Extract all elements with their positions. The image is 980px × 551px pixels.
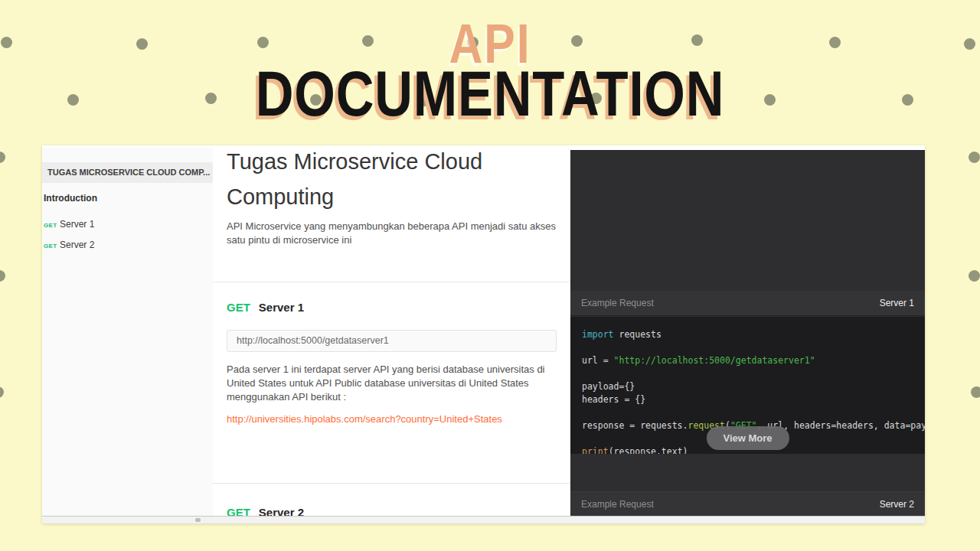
- example-request-header-2: Example Request Server 2: [570, 491, 925, 516]
- example-request-label: Example Request: [581, 499, 654, 510]
- sidebar-item-introduction[interactable]: Introduction: [42, 193, 213, 214]
- sidebar-item-label: Server 2: [60, 240, 94, 250]
- example-server-selector[interactable]: Server 1: [880, 298, 914, 308]
- decor-dot: [969, 152, 980, 163]
- example-request-header-1: Example Request Server 1: [570, 291, 925, 316]
- code-line: [582, 341, 925, 354]
- slide-title-documentation: DOCUMENTATION: [88, 61, 892, 126]
- get-method-badge: GET: [44, 243, 60, 249]
- code-line: import requests: [582, 328, 925, 341]
- sidebar-nav: IntroductionGETServer 1GETServer 2: [42, 183, 213, 260]
- horizontal-scrollbar: [42, 516, 925, 523]
- doc-content: Tugas Microservice Cloud Computing API M…: [213, 148, 570, 516]
- method-get-badge: GET: [227, 506, 250, 516]
- decor-dot: [0, 270, 5, 282]
- example-request-label: Example Request: [581, 298, 654, 308]
- decor-dot: [0, 386, 4, 398]
- page-title: Tugas Microservice Cloud Computing: [227, 148, 560, 214]
- endpoint-name: Server 2: [259, 506, 304, 516]
- decor-dot: [969, 270, 980, 282]
- code-line: url = "http://localhost:5000/getdataserv…: [582, 354, 925, 367]
- code-line: payload={}: [582, 380, 925, 393]
- endpoint-url-box: http://localhost:5000/getdataserver1: [227, 330, 557, 352]
- code-line: [582, 406, 925, 419]
- endpoint-heading-server1: GETServer 1: [227, 301, 304, 314]
- decor-dot: [0, 152, 5, 163]
- slide-title: API DOCUMENTATION: [0, 17, 980, 126]
- section-divider: [213, 483, 570, 484]
- endpoint-name: Server 1: [259, 301, 304, 314]
- method-get-badge: GET: [227, 301, 250, 314]
- endpoint-heading-server2: GETServer 2: [227, 506, 304, 516]
- collection-title[interactable]: TUGAS MICROSERVICE CLOUD COMP...: [42, 162, 213, 183]
- sidebar-item-server-1[interactable]: GETServer 1: [42, 219, 213, 240]
- section-divider: [213, 282, 570, 282]
- sidebar-item-server-2[interactable]: GETServer 2: [42, 240, 213, 260]
- sidebar-item-label: Introduction: [44, 193, 97, 204]
- decor-dot: [971, 386, 980, 398]
- example-code-panel: Example Request Server 1 import requests…: [570, 150, 925, 516]
- sidebar-item-label: Server 1: [60, 219, 94, 230]
- external-api-link[interactable]: http://universities.hipolabs.com/search?…: [227, 413, 502, 425]
- api-doc-window: TUGAS MICROSERVICE CLOUD COMP... Introdu…: [42, 145, 925, 523]
- doc-sidebar: TUGAS MICROSERVICE CLOUD COMP... Introdu…: [42, 148, 213, 516]
- view-more-button[interactable]: View More: [706, 426, 789, 450]
- example-server-selector[interactable]: Server 2: [880, 499, 914, 510]
- code-line: [582, 367, 925, 380]
- get-method-badge: GET: [44, 222, 60, 229]
- scrollbar-thumb[interactable]: [195, 518, 201, 522]
- code-line: headers = {}: [582, 393, 925, 406]
- endpoint-description: Pada server 1 ini terdapat server API ya…: [227, 363, 560, 405]
- page-description: API Microservice yang menyambungkan bebe…: [227, 220, 560, 247]
